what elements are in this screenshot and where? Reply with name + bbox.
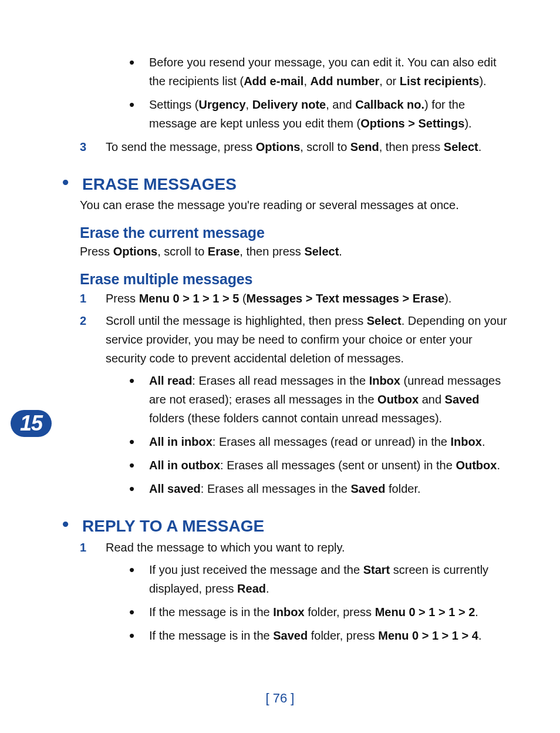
top-bullet-list: • Before you resend your message, you ca… xyxy=(76,53,537,133)
page-number: [ 76 ] xyxy=(0,691,560,706)
bullet-icon: • xyxy=(129,456,149,475)
heading-erase-messages: • ERASE MESSAGES xyxy=(62,175,537,194)
bullet-icon: • xyxy=(129,432,149,451)
list-item: • All read: Erases all read messages in … xyxy=(129,371,507,428)
bullet-icon: • xyxy=(129,371,149,428)
step-number: 1 xyxy=(76,538,106,557)
list-item: • Settings (Urgency, Delivery note, and … xyxy=(129,95,507,133)
step-item: 3 To send the message, press Options, sc… xyxy=(76,137,513,156)
step-item: 2 Scroll until the message is highlighte… xyxy=(76,311,513,368)
step-number: 2 xyxy=(76,311,106,368)
step-list: 3 To send the message, press Options, sc… xyxy=(76,137,537,156)
step-item: 1 Press Menu 0 > 1 > 1 > 5 (Messages > T… xyxy=(76,289,513,308)
reply-bullets: • If you just received the message and t… xyxy=(76,560,537,645)
list-item: • If you just received the message and t… xyxy=(129,560,507,598)
list-item: • If the message is in the Saved folder,… xyxy=(129,626,507,645)
list-item: • All in outbox: Erases all messages (se… xyxy=(129,456,507,475)
step-list: 1 Press Menu 0 > 1 > 1 > 5 (Messages > T… xyxy=(76,289,537,368)
list-item: • All saved: Erases all messages in the … xyxy=(129,479,507,498)
list-item: • Before you resend your message, you ca… xyxy=(129,53,507,90)
heading-reply: • REPLY TO A MESSAGE xyxy=(62,517,537,536)
manual-page: 15 • Before you resend your message, you… xyxy=(0,0,560,733)
bullet-icon: • xyxy=(129,479,149,498)
bullet-icon: • xyxy=(129,560,149,598)
step-number: 3 xyxy=(76,137,106,156)
list-item: • All in inbox: Erases all messages (rea… xyxy=(129,432,507,451)
chapter-badge: 15 xyxy=(11,410,52,437)
bullet-icon: • xyxy=(129,95,149,133)
list-item: • If the message is in the Inbox folder,… xyxy=(129,603,507,621)
paragraph: You can erase the message you're reading… xyxy=(80,196,519,214)
bullet-icon: • xyxy=(129,603,149,621)
bullet-icon: • xyxy=(62,517,77,530)
bullet-icon: • xyxy=(129,626,149,645)
heading-erase-multiple: Erase multiple messages xyxy=(80,271,537,288)
step-item: 1 Read the message to which you want to … xyxy=(76,538,513,557)
bullet-icon: • xyxy=(129,53,149,90)
heading-erase-current: Erase the current message xyxy=(80,224,537,241)
step-number: 1 xyxy=(76,289,106,308)
paragraph: Press Options, scroll to Erase, then pre… xyxy=(80,243,519,260)
erase-options-list: • All read: Erases all read messages in … xyxy=(76,371,537,498)
step-list: 1 Read the message to which you want to … xyxy=(76,538,537,557)
bullet-icon: • xyxy=(62,176,77,189)
